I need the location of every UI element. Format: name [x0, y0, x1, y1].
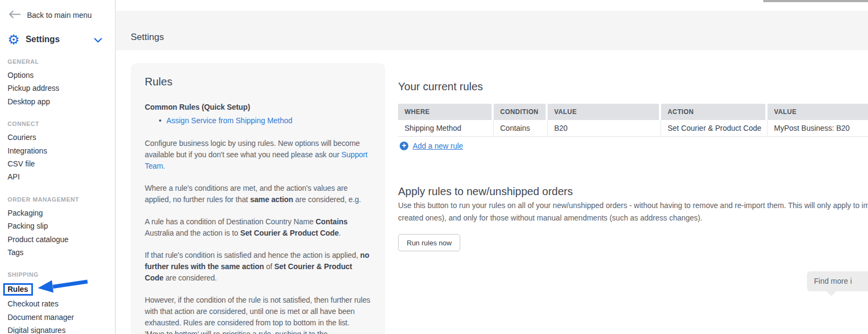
sidebar-item-rules[interactable]: Rules	[3, 283, 33, 296]
sidebar-item-document-manager[interactable]: Document manager	[8, 311, 115, 324]
cell-condition: Contains	[494, 120, 548, 137]
cell-where: Shipping Method	[398, 120, 494, 137]
sidebar-settings-header[interactable]: ⚙ Settings	[8, 33, 115, 46]
cell-value: B20	[548, 120, 661, 137]
gear-icon: ⚙	[8, 33, 19, 46]
description-bold: Contains	[315, 217, 347, 226]
sidebar-item-pickup-address[interactable]: Pickup address	[8, 82, 115, 95]
sidebar-item-desktop-app[interactable]: Desktop app	[8, 95, 115, 108]
description-text: Configure business logic by using rules.…	[145, 139, 360, 159]
rules-description-2: Where a rule's conditions are met, and t…	[145, 183, 371, 205]
description-text: of	[264, 262, 274, 271]
add-new-rule[interactable]: Add a new rule	[400, 142, 463, 150]
sidebar-item-checkout-rates[interactable]: Checkout rates	[8, 297, 115, 310]
annotation-arrow-icon	[36, 278, 91, 296]
sidebar-item-couriers[interactable]: Couriers	[8, 131, 115, 144]
description-text: If that rule's condition is satisfied an…	[145, 251, 360, 259]
back-to-main-menu-link[interactable]: Back to main menu	[8, 0, 115, 21]
cell-action: Set Courier & Product Code	[661, 120, 768, 137]
column-header-where: WHERE	[398, 104, 494, 120]
description-bold: Set Courier & Product Code	[240, 229, 339, 237]
column-header-value-2: VALUE	[768, 104, 868, 120]
sidebar-item-csv-file[interactable]: CSV file	[8, 157, 115, 170]
column-header-action: ACTION	[661, 104, 768, 120]
sidebar-item-product-catalogue[interactable]: Product catalogue	[8, 233, 115, 246]
page-header-bar: Settings	[116, 11, 868, 50]
section-label-connect: CONNECT	[8, 117, 115, 130]
back-arrow-icon	[9, 10, 21, 20]
section-label-shipping: SHIPPING	[8, 268, 115, 281]
section-label-order-management: ORDER MANAGEMENT	[8, 193, 115, 206]
description-text: .	[339, 229, 341, 237]
rules-example-1: A rule has a condition of Destination Co…	[145, 216, 371, 239]
run-rules-now-button[interactable]: Run rules now	[398, 234, 460, 251]
chevron-down-icon	[94, 36, 102, 45]
sidebar-item-integrations[interactable]: Integrations	[8, 144, 115, 157]
sidebar-item-options[interactable]: Options	[8, 69, 115, 82]
quick-setup-list: Assign Service from Shipping Method	[145, 114, 371, 127]
sidebar-item-packaging[interactable]: Packaging	[8, 206, 115, 219]
assign-service-link[interactable]: Assign Service from Shipping Method	[166, 116, 292, 125]
description-text: Australia and the action is to	[145, 229, 240, 237]
common-rules-heading: Common Rules (Quick Setup)	[145, 102, 371, 113]
page-title: Settings	[131, 32, 164, 43]
apply-rules-title: Apply rules to new/unshipped orders	[398, 185, 573, 198]
sidebar-settings-title: Settings	[25, 35, 59, 44]
description-bold: same action	[250, 195, 293, 204]
rules-example-2: If that rule's condition is satisfied an…	[145, 250, 371, 284]
table-row[interactable]: Shipping Method Contains B20 Set Courier…	[398, 120, 868, 137]
table-header-row: WHERE CONDITION VALUE ACTION VALUE	[398, 104, 868, 120]
description-text: are considered, e.g.	[293, 195, 361, 204]
rules-panel-title: Rules	[145, 76, 371, 88]
rules-description-3: However, if the condition of the rule is…	[145, 295, 371, 334]
apply-rules-line-2: created ones), and only for those withou…	[398, 212, 868, 224]
sidebar-item-api[interactable]: API	[8, 170, 115, 183]
rules-description-1: Configure business logic by using rules.…	[145, 138, 371, 172]
apply-rules-description: Use this button to run your rules on all…	[398, 199, 868, 224]
sidebar-item-rules-row: Rules	[8, 281, 115, 297]
plus-circle-icon	[400, 142, 408, 150]
description-text: are considered.	[164, 273, 217, 282]
top-scrollbar-fragment	[763, 0, 868, 2]
column-header-value: VALUE	[548, 104, 661, 120]
settings-page: Back to main menu ⚙ Settings GENERAL Opt…	[0, 0, 868, 334]
rules-info-panel: Rules Common Rules (Quick Setup) Assign …	[131, 63, 385, 334]
description-text: .	[163, 162, 165, 170]
section-label-general: GENERAL	[8, 55, 115, 68]
sidebar-item-digital-signatures[interactable]: Digital signatures	[8, 324, 115, 334]
current-rules-title: Your current rules	[398, 81, 483, 93]
cell-value-2: MyPost Business: B20	[768, 120, 868, 137]
add-new-rule-link[interactable]: Add a new rule	[413, 142, 463, 150]
column-header-condition: CONDITION	[494, 104, 548, 120]
sidebar-item-packing-slip[interactable]: Packing slip	[8, 219, 115, 232]
current-rules-table: WHERE CONDITION VALUE ACTION VALUE Shipp…	[398, 104, 868, 137]
settings-sidebar: Back to main menu ⚙ Settings GENERAL Opt…	[0, 0, 116, 334]
apply-rules-line-1: Use this button to run your rules on all…	[398, 199, 868, 212]
find-more-tooltip[interactable]: Find more i	[807, 271, 868, 291]
quick-setup-item: Assign Service from Shipping Method	[159, 114, 371, 127]
sidebar-item-tags[interactable]: Tags	[8, 246, 115, 259]
description-text: A rule has a condition of Destination Co…	[145, 217, 315, 226]
back-label: Back to main menu	[27, 11, 92, 19]
